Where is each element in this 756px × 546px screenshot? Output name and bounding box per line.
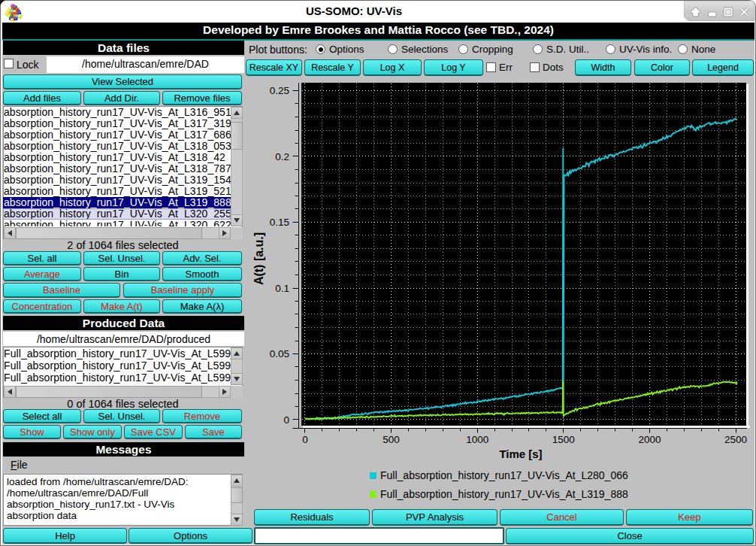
svg-text:0.2: 0.2 <box>275 151 289 162</box>
svg-text:0.25: 0.25 <box>270 85 289 96</box>
svg-text:A(t) [a.u.]: A(t) [a.u.] <box>253 232 265 285</box>
svg-text:0.15: 0.15 <box>270 217 289 228</box>
svg-text:2500: 2500 <box>724 434 747 445</box>
svg-text:0: 0 <box>283 414 289 426</box>
svg-text:1000: 1000 <box>466 434 488 445</box>
svg-text:500: 500 <box>383 434 400 445</box>
svg-text:Time [s]: Time [s] <box>499 447 542 460</box>
svg-text:2000: 2000 <box>638 434 661 445</box>
svg-text:0: 0 <box>302 434 308 445</box>
svg-text:1500: 1500 <box>552 434 575 445</box>
svg-text:0.1: 0.1 <box>275 283 289 294</box>
svg-text:0.05: 0.05 <box>270 348 289 359</box>
